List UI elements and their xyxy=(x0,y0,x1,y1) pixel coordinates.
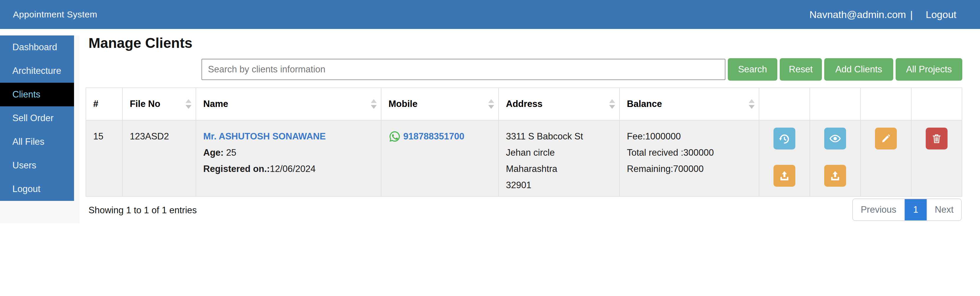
upload-icon xyxy=(779,170,790,181)
pagination: Previous 1 Next xyxy=(852,198,962,221)
cell-actions-4 xyxy=(911,120,962,197)
table-header-row: # File No Name Mobile Address Balance xyxy=(86,88,962,120)
upload-icon xyxy=(830,170,841,181)
sidebar-item-all-files[interactable]: All Files xyxy=(0,130,74,154)
whatsapp-phone-link[interactable]: 918788351700 xyxy=(388,128,465,144)
app-brand: Appointment System xyxy=(13,10,97,19)
upload-button-2[interactable] xyxy=(824,165,846,187)
topbar-right: Navnath@admin.com | Logout xyxy=(810,9,956,21)
pagination-previous[interactable]: Previous xyxy=(853,199,905,220)
clients-table: # File No Name Mobile Address Balance xyxy=(86,88,962,197)
view-button[interactable] xyxy=(824,128,846,149)
cell-name: Mr. ASHUTOSH SONAWANE Age: 25 Registered… xyxy=(196,120,381,197)
toolbar: Search Reset Add Clients All Projects xyxy=(202,58,962,81)
table-row: 15 123ASD2 Mr. ASHUTOSH SONAWANE Age: 25… xyxy=(86,120,962,197)
sidebar-nav: Dashboard Architecture Clients Sell Orde… xyxy=(0,35,74,201)
delete-button[interactable] xyxy=(926,128,948,149)
all-projects-button[interactable]: All Projects xyxy=(896,58,962,81)
cell-balance: Fee:1000000 Total recived :300000 Remain… xyxy=(619,120,759,197)
column-header-serial: # xyxy=(86,88,123,120)
column-header-file-no[interactable]: File No xyxy=(123,88,196,120)
edit-button[interactable] xyxy=(875,128,897,149)
sidebar-item-logout[interactable]: Logout xyxy=(0,177,74,201)
topbar: Appointment System Navnath@admin.com | L… xyxy=(0,0,980,29)
client-registered: Registered on.:12/06/2024 xyxy=(203,161,374,177)
user-email: Navnath@admin.com xyxy=(810,9,906,21)
column-header-actions-2 xyxy=(810,88,861,120)
page-title: Manage Clients xyxy=(89,35,192,51)
history-icon xyxy=(778,133,790,144)
phone-number: 918788351700 xyxy=(403,128,465,144)
add-clients-button[interactable]: Add Clients xyxy=(824,58,893,81)
sort-icon xyxy=(371,99,377,109)
whatsapp-icon xyxy=(388,130,401,143)
search-button[interactable]: Search xyxy=(728,58,777,81)
sort-icon xyxy=(609,99,615,109)
pagination-next[interactable]: Next xyxy=(927,199,961,220)
sidebar-item-sell-order[interactable]: Sell Order xyxy=(0,106,74,130)
client-age: Age: 25 xyxy=(203,144,374,161)
cell-serial: 15 xyxy=(86,120,123,197)
column-header-mobile[interactable]: Mobile xyxy=(381,88,498,120)
client-name-link[interactable]: Mr. ASHUTOSH SONAWANE xyxy=(203,131,326,141)
sidebar: Dashboard Architecture Clients Sell Orde… xyxy=(0,35,80,223)
cell-address: 3311 S Babcock St Jehan circle Maharasht… xyxy=(498,120,619,197)
sidebar-item-dashboard[interactable]: Dashboard xyxy=(0,35,74,59)
sidebar-item-architecture[interactable]: Architecture xyxy=(0,59,74,83)
search-input[interactable] xyxy=(202,59,725,80)
column-header-name[interactable]: Name xyxy=(196,88,381,120)
column-header-actions-4 xyxy=(911,88,962,120)
column-header-balance[interactable]: Balance xyxy=(619,88,759,120)
trash-icon xyxy=(931,133,942,144)
cell-actions-3 xyxy=(861,120,911,197)
topbar-logout-link[interactable]: Logout xyxy=(926,9,956,21)
sort-icon xyxy=(186,99,191,109)
sort-icon xyxy=(749,99,755,109)
pencil-icon xyxy=(880,133,891,144)
cell-file-no: 123ASD2 xyxy=(123,120,196,197)
column-header-actions-3 xyxy=(861,88,911,120)
topbar-divider: | xyxy=(910,9,913,21)
history-button[interactable] xyxy=(773,128,795,149)
reset-button[interactable]: Reset xyxy=(780,58,822,81)
column-header-address[interactable]: Address xyxy=(498,88,619,120)
entries-summary: Showing 1 to 1 of 1 entries xyxy=(89,205,197,216)
sort-icon xyxy=(488,99,494,109)
column-header-actions-1 xyxy=(759,88,810,120)
pagination-page-1[interactable]: 1 xyxy=(905,199,927,220)
eye-icon xyxy=(829,132,842,145)
sidebar-item-users[interactable]: Users xyxy=(0,154,74,177)
cell-actions-1 xyxy=(759,120,810,197)
upload-button-1[interactable] xyxy=(773,165,795,187)
cell-mobile: 918788351700 xyxy=(381,120,498,197)
cell-actions-2 xyxy=(810,120,861,197)
sidebar-item-clients[interactable]: Clients xyxy=(0,83,74,106)
